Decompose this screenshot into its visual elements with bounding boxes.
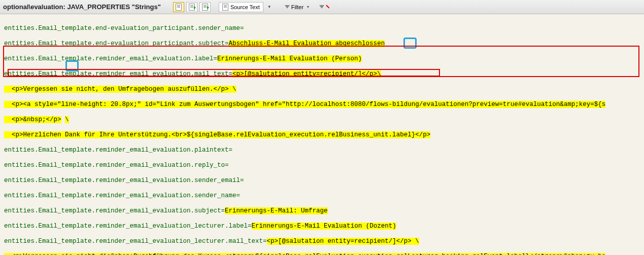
funnel-clear-icon <box>319 5 324 9</box>
dropdown-arrow-icon[interactable]: ▼ <box>265 5 274 9</box>
toolbar-header: optional\evaluation: JAVA_PROPERTIES "St… <box>0 0 644 14</box>
code-line: entities.Email_template.end-evaluation_p… <box>4 25 244 32</box>
code-line: entities.Email_template.reminder_email_e… <box>4 162 229 169</box>
file-title: optional\evaluation: JAVA_PROPERTIES "St… <box>3 3 161 11</box>
code-line: <p>Herzlichen Dank für Ihre Unterstützun… <box>4 131 430 138</box>
view-mode-button-2[interactable] <box>186 2 197 12</box>
code-line: entities.Email_template.reminder_email_e… <box>4 177 244 184</box>
code-line: <p>&nbsp;</p> <box>4 116 61 123</box>
view-mode-button-3[interactable] <box>199 2 211 12</box>
filter-button[interactable]: Filter ▾ <box>282 4 314 10</box>
red-selection-inner <box>8 69 440 77</box>
funnel-icon <box>285 5 290 9</box>
code-line: <p><a style="line-height: 20.8px;" id="L… <box>4 101 605 108</box>
code-line: <p>Vergessen sie nicht die&nbsp;Durchfüh… <box>4 253 605 255</box>
code-line: entities.Email_template.reminder_email_e… <box>4 192 240 199</box>
clear-filter-button[interactable] <box>316 5 327 9</box>
code-line-val: Erinnerungs-E-Mail Evaluation (Dozent) <box>252 223 396 230</box>
source-code-area[interactable]: entities.Email_template.end-evaluation_p… <box>0 14 644 255</box>
backslash: \ <box>65 116 69 123</box>
code-line: entities.Email_template.reminder_email_e… <box>4 147 232 154</box>
doc-icon <box>222 4 228 11</box>
code-line-key: entities.Email_template.reminder_email_e… <box>4 207 225 214</box>
view-mode-button-1[interactable] <box>173 2 184 12</box>
code-line-val: <p>[@salutation entity=recipient/]</p> \ <box>267 238 419 245</box>
source-text-label: Source Text <box>230 4 260 10</box>
code-line-key: entities.Email_template.reminder_email_e… <box>4 238 267 245</box>
code-line-key: entities.Email_template.reminder_email_e… <box>4 223 252 230</box>
chevron-down-icon: ▾ <box>305 5 311 9</box>
code-line: <p>Vergessen sie nicht, den Umfragebogen… <box>4 86 236 93</box>
code-line-val: Erinnerungs-E-Mail: Umfrage <box>225 207 328 214</box>
source-text-dropdown[interactable]: Source Text <box>219 2 263 12</box>
